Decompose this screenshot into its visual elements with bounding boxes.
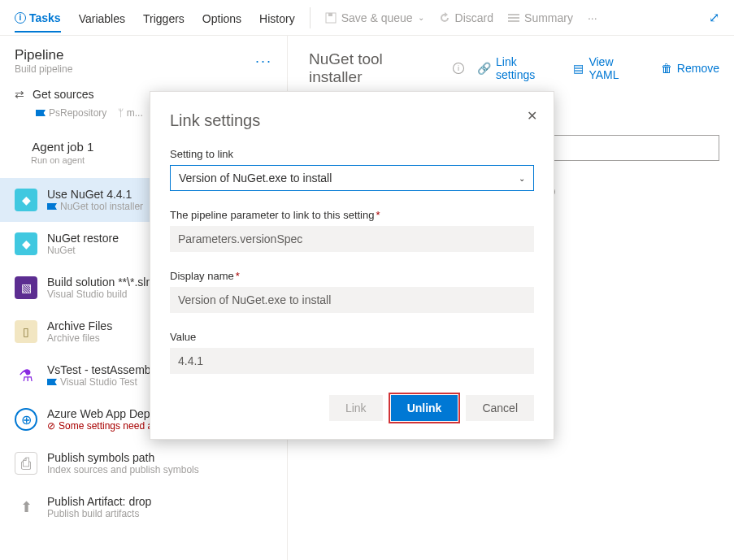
upload-icon: ⬆ [15,496,37,519]
svg-rect-2 [508,14,519,15]
flag-icon [36,110,46,116]
nuget-icon: ◆ [15,232,37,255]
pipeline-subtitle: Build pipeline [15,63,72,75]
pipeline-header[interactable]: Pipeline Build pipeline ··· [0,36,287,80]
label-setting-to-link: Setting to link [170,148,534,160]
link-button[interactable]: Link [329,395,383,421]
svg-rect-3 [508,17,519,19]
task-title: Publish Artifact: drop [47,495,151,508]
discard-button[interactable]: Discard [439,11,493,24]
more-actions[interactable]: ··· [588,11,597,24]
yaml-icon: ▤ [573,62,584,75]
task-title: NuGet restore [47,232,119,245]
task-sub: NuGet [47,245,119,256]
trash-icon: 🗑 [661,62,672,75]
top-bar: iTasks Variables Triggers Options Histor… [0,0,734,36]
close-icon[interactable]: ✕ [527,108,537,124]
task-sub: NuGet tool installer [60,201,143,212]
link-settings-dialog: Link settings ✕ Setting to link Version … [150,91,554,440]
setting-select[interactable]: Version of NuGet.exe to install ⌄ [170,165,534,191]
label-value: Value [170,331,534,343]
task-title: Use NuGet 4.4.1 [47,188,143,201]
task-sub: Visual Studio build [47,289,152,300]
archive-icon: ▯ [15,320,37,343]
unlink-button[interactable]: Unlink [391,395,458,421]
svg-rect-4 [508,20,519,22]
cancel-button[interactable]: Cancel [466,395,534,421]
label-display-name: Display name* [170,270,534,282]
expand-icon[interactable]: ⤢ [709,10,719,25]
flag-icon [47,379,57,385]
chevron-down-icon: ⌄ [418,13,424,22]
flask-icon: ⚗ [15,364,37,387]
toolbar-actions: Save & queue⌄ Discard Summary ··· [325,11,597,24]
chevron-down-icon: ⌄ [519,174,525,183]
tab-options[interactable]: Options [202,3,241,33]
sources-icon: ⇄ [15,88,24,101]
summary-button[interactable]: Summary [508,11,573,24]
task-publish-symbols[interactable]: ⎙ Publish symbols path Index sources and… [0,441,287,485]
right-title: NuGet tool installeri [309,50,464,86]
info-icon[interactable]: i [453,63,464,74]
task-publish-artifact[interactable]: ⬆ Publish Artifact: drop Publish build a… [0,485,287,529]
dialog-title: Link settings [170,111,534,130]
display-name-input[interactable]: Version of NuGet.exe to install [170,287,534,313]
parameter-input[interactable]: Parameters.versionSpec [170,226,534,252]
globe-icon: ⊕ [15,408,37,431]
select-value: Version of NuGet.exe to install [179,171,332,184]
pipeline-title: Pipeline [15,47,72,63]
flag-icon [47,203,57,210]
save-queue-button[interactable]: Save & queue⌄ [325,11,424,24]
tab-triggers[interactable]: Triggers [143,3,185,33]
task-title: Publish symbols path [47,451,199,464]
task-sub: Visual Studio Test [60,376,137,388]
vs-icon: ▧ [15,276,37,299]
link-icon: 🔗 [477,62,491,75]
nuget-icon: ◆ [15,189,37,211]
link-settings-link[interactable]: 🔗Link settings [477,55,558,81]
undo-icon [439,12,450,24]
task-sub: Archive files [47,332,112,344]
divider [310,7,311,28]
inline-info: ni [528,185,719,198]
task-sub: Publish build artifacts [47,508,151,519]
tab-tasks[interactable]: iTasks [15,3,61,33]
info-icon: i [15,12,26,24]
symbols-icon: ⎙ [15,452,37,475]
right-header: NuGet tool installeri 🔗Link settings ▤Vi… [309,50,719,86]
value-input[interactable]: 4.4.1 [170,348,534,374]
sources-title: Get sources [33,88,93,101]
view-yaml-link[interactable]: ▤View YAML [573,55,645,81]
task-title: Archive Files [47,319,112,332]
dialog-footer: Link Unlink Cancel [170,395,534,421]
pipeline-more[interactable]: ··· [255,53,272,70]
remove-link[interactable]: 🗑Remove [661,55,719,81]
list-icon [508,13,519,23]
save-icon [325,12,337,24]
warn-icon: ⊘ [47,420,55,432]
task-sub: Index sources and publish symbols [47,464,199,475]
branch-name: ᛘ m... [118,107,142,119]
tab-variables[interactable]: Variables [79,3,125,33]
tab-row: iTasks Variables Triggers Options Histor… [15,3,295,33]
task-title: Build solution **\*.sln [47,276,152,289]
svg-rect-1 [328,13,332,16]
repo-name: PsRepository [36,107,106,119]
tab-history[interactable]: History [259,3,295,33]
label-parameter: The pipeline parameter to link to this s… [170,209,534,221]
